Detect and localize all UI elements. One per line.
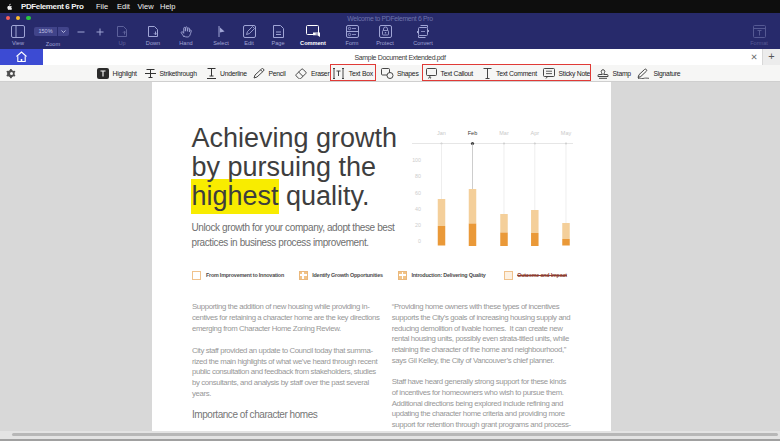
svg-text:Apr: Apr bbox=[531, 130, 540, 136]
svg-text:60: 60 bbox=[415, 190, 421, 196]
svg-text:20: 20 bbox=[415, 222, 421, 228]
svg-text:100: 100 bbox=[412, 157, 421, 163]
svg-text:80: 80 bbox=[415, 173, 421, 179]
svg-text:40: 40 bbox=[415, 206, 421, 212]
svg-text:0: 0 bbox=[418, 238, 421, 244]
svg-text:Feb: Feb bbox=[468, 130, 477, 136]
svg-text:May: May bbox=[561, 130, 572, 136]
svg-text:Jan: Jan bbox=[437, 130, 446, 136]
svg-text:Mar: Mar bbox=[499, 130, 509, 136]
